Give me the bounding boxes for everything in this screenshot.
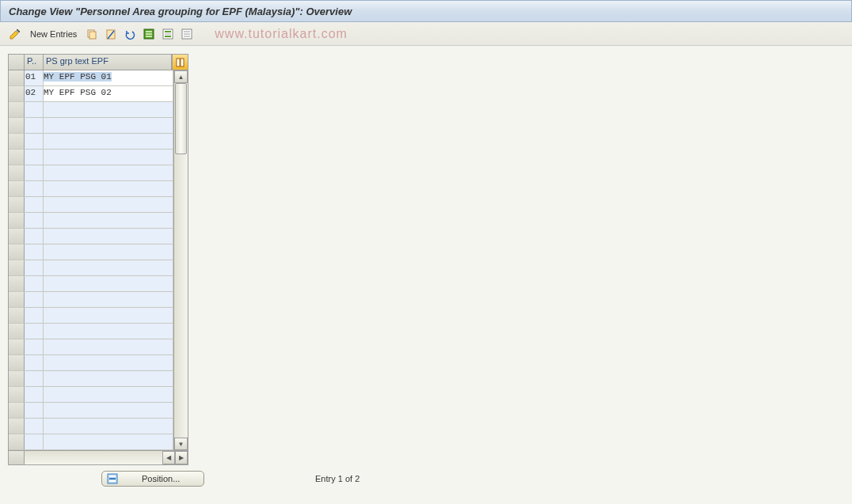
header-col-p[interactable]: P.. <box>25 55 44 70</box>
row-selector[interactable] <box>9 260 25 275</box>
cell-text[interactable] <box>44 371 173 386</box>
row-selector[interactable] <box>9 324 25 339</box>
delete-icon[interactable] <box>104 27 118 41</box>
table-row[interactable] <box>9 387 173 403</box>
cell-p[interactable] <box>25 197 44 212</box>
cell-p[interactable] <box>25 276 44 291</box>
table-row[interactable] <box>9 276 173 292</box>
cell-text[interactable]: MY EPF PSG 02 <box>44 86 173 101</box>
table-row[interactable] <box>9 134 173 150</box>
row-selector[interactable] <box>9 308 25 323</box>
scroll-left-icon[interactable]: ◀ <box>162 451 175 464</box>
cell-p[interactable] <box>25 324 44 339</box>
cell-p[interactable] <box>25 213 44 228</box>
table-row[interactable] <box>9 229 173 244</box>
scroll-thumb[interactable] <box>175 83 187 154</box>
cell-text[interactable] <box>44 102 173 117</box>
cell-text[interactable] <box>44 324 173 339</box>
row-selector[interactable] <box>9 197 25 212</box>
table-row[interactable] <box>9 213 173 229</box>
cell-text[interactable] <box>44 276 173 291</box>
cell-text[interactable] <box>44 213 173 228</box>
copy-icon[interactable] <box>85 27 99 41</box>
cell-text[interactable]: MY EPF PSG 01 <box>44 70 173 85</box>
table-row[interactable] <box>9 308 173 324</box>
row-selector[interactable] <box>9 419 25 434</box>
cell-p[interactable] <box>25 118 44 133</box>
cell-p[interactable]: 02 <box>25 86 44 101</box>
cell-text[interactable] <box>44 165 173 180</box>
table-row[interactable] <box>9 324 173 339</box>
hscroll-track[interactable] <box>25 451 162 464</box>
cell-p[interactable] <box>25 339 44 354</box>
table-row[interactable] <box>9 292 173 308</box>
cell-p[interactable] <box>25 419 44 434</box>
table-settings-button[interactable] <box>172 55 188 70</box>
row-selector[interactable] <box>9 229 25 244</box>
table-row[interactable]: 01MY EPF PSG 01 <box>9 70 173 86</box>
row-selector[interactable] <box>9 213 25 228</box>
cell-text[interactable] <box>44 260 173 275</box>
cell-text[interactable] <box>44 181 173 196</box>
table-row[interactable] <box>9 419 173 434</box>
cell-p[interactable] <box>25 150 44 165</box>
cell-text[interactable] <box>44 150 173 165</box>
table-row[interactable] <box>9 150 173 165</box>
row-selector[interactable] <box>9 134 25 149</box>
cell-text[interactable] <box>44 355 173 370</box>
scroll-down-icon[interactable]: ▼ <box>174 438 188 450</box>
cell-p[interactable] <box>25 134 44 149</box>
cell-text[interactable] <box>44 118 173 133</box>
row-selector[interactable] <box>9 70 25 85</box>
table-row[interactable] <box>9 102 173 118</box>
cell-p[interactable] <box>25 102 44 117</box>
table-row[interactable] <box>9 181 173 197</box>
table-row[interactable] <box>9 197 173 213</box>
select-all-icon[interactable] <box>142 27 156 41</box>
row-selector[interactable] <box>9 292 25 307</box>
row-selector[interactable] <box>9 102 25 117</box>
cell-p[interactable] <box>25 229 44 244</box>
cell-p[interactable] <box>25 308 44 323</box>
cell-text[interactable] <box>44 419 173 434</box>
cell-text[interactable] <box>44 244 173 260</box>
cell-text[interactable] <box>44 229 173 244</box>
table-row[interactable] <box>9 355 173 371</box>
row-selector[interactable] <box>9 355 25 370</box>
row-selector[interactable] <box>9 165 25 180</box>
row-selector[interactable] <box>9 118 25 133</box>
table-row[interactable] <box>9 118 173 134</box>
cell-p[interactable] <box>25 165 44 180</box>
cell-p[interactable] <box>25 387 44 402</box>
cell-text[interactable] <box>44 134 173 149</box>
table-row[interactable] <box>9 371 173 387</box>
cell-p[interactable] <box>25 181 44 196</box>
header-select-col[interactable] <box>9 55 25 70</box>
cell-text[interactable] <box>44 403 173 418</box>
table-row[interactable] <box>9 260 173 276</box>
cell-text[interactable] <box>44 308 173 323</box>
row-selector[interactable] <box>9 434 25 449</box>
new-entries-button[interactable]: New Entries <box>27 28 80 40</box>
cell-text[interactable] <box>44 434 173 449</box>
cell-text[interactable] <box>44 339 173 354</box>
scroll-right-icon[interactable]: ▶ <box>175 451 188 464</box>
cell-text[interactable] <box>44 197 173 212</box>
table-row[interactable]: 02MY EPF PSG 02 <box>9 86 173 102</box>
cell-p[interactable] <box>25 371 44 386</box>
table-row[interactable] <box>9 339 173 355</box>
horizontal-scrollbar[interactable]: ◀ ▶ <box>9 450 188 464</box>
row-selector[interactable] <box>9 244 25 260</box>
cell-p[interactable] <box>25 434 44 449</box>
row-selector[interactable] <box>9 371 25 386</box>
cell-p[interactable]: 01 <box>25 70 44 85</box>
cell-text[interactable] <box>44 292 173 307</box>
row-selector[interactable] <box>9 86 25 101</box>
row-selector[interactable] <box>9 339 25 354</box>
table-row[interactable] <box>9 165 173 181</box>
vertical-scrollbar[interactable]: ▲ ▼ <box>173 70 188 450</box>
cell-p[interactable] <box>25 403 44 418</box>
row-selector[interactable] <box>9 150 25 165</box>
undo-icon[interactable] <box>123 27 137 41</box>
cell-text[interactable] <box>44 387 173 402</box>
